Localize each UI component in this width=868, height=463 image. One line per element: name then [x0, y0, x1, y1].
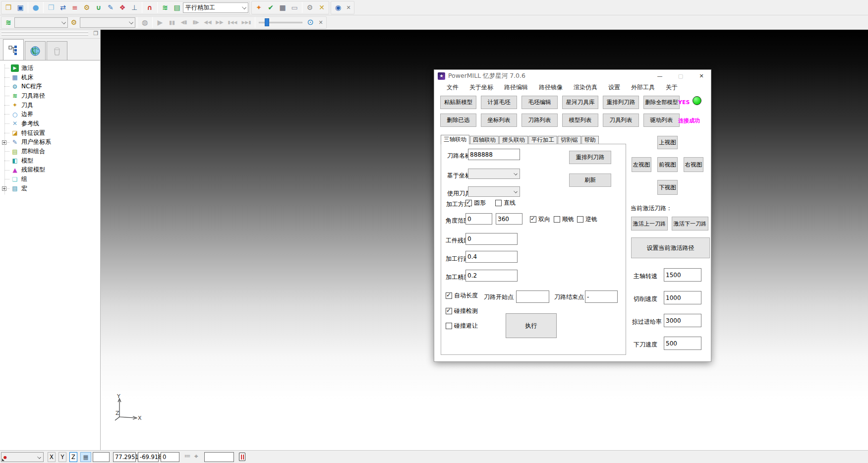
- tab-4axis[interactable]: 四轴联动: [470, 136, 499, 144]
- tool-icon[interactable]: ⚙: [68, 17, 80, 28]
- tree-item-patterns[interactable]: ✕ 参考线: [0, 119, 100, 128]
- right-view-button[interactable]: 右视图: [684, 157, 703, 172]
- tool-library-button[interactable]: 星河刀具库: [562, 96, 598, 109]
- verify-icon[interactable]: ✔: [265, 2, 277, 13]
- use-tool-combobox[interactable]: [468, 186, 520, 197]
- angle-start-input[interactable]: [465, 213, 492, 225]
- activate-prev-toolpath-button[interactable]: 激活上一刀路: [631, 217, 668, 231]
- step-back-icon[interactable]: ◀▮: [178, 17, 190, 28]
- tab-explorer-globe[interactable]: [25, 41, 46, 60]
- panel-grip[interactable]: [1, 31, 88, 33]
- tool-pair-icon[interactable]: ⚙: [304, 2, 316, 13]
- toolpath-icon[interactable]: ≋: [2, 17, 14, 28]
- menu-path-edit[interactable]: 路径编辑: [499, 82, 533, 93]
- pause-icon[interactable]: ▮▮: [166, 17, 178, 28]
- circle-checkbox[interactable]: 圆形: [465, 199, 486, 207]
- tab-head-tilt[interactable]: 摆头联动: [499, 136, 528, 144]
- collision-avoid-checkbox[interactable]: 碰撞避让: [446, 322, 478, 330]
- block-edit-button[interactable]: 毛坯编辑: [521, 96, 558, 109]
- based-coord-combobox[interactable]: [468, 169, 520, 179]
- tab-help[interactable]: 帮助: [581, 136, 599, 144]
- tolerance-input[interactable]: [465, 270, 518, 282]
- collision-check-icon[interactable]: ∩: [144, 2, 156, 13]
- fast-forward-icon[interactable]: ▶▶: [214, 17, 226, 28]
- toolpath-combobox[interactable]: [14, 17, 68, 28]
- tab-explorer-tree[interactable]: [3, 39, 24, 60]
- tree-item-feature-sets[interactable]: ◪ 特征设置: [0, 128, 100, 138]
- strategy-combobox[interactable]: 平行精加工: [183, 2, 248, 13]
- skim-feed-input[interactable]: [664, 314, 701, 327]
- delete-selected-button[interactable]: 删除已选: [440, 114, 476, 127]
- tree-item-toolpaths[interactable]: ≋ 刀具路径: [0, 91, 100, 101]
- stepover-input[interactable]: [465, 251, 518, 263]
- top-view-button[interactable]: 上视图: [657, 136, 678, 149]
- drive-list-button[interactable]: 驱动列表: [643, 114, 680, 127]
- conventional-checkbox[interactable]: 逆铣: [577, 215, 597, 224]
- menu-path-mirror[interactable]: 路径镜像: [533, 82, 568, 93]
- menu-render-sim[interactable]: 渲染仿真: [568, 82, 603, 93]
- tab-explorer-trash[interactable]: [47, 41, 67, 60]
- binoculars-icon[interactable]: ◉: [332, 2, 344, 13]
- axis-x-button[interactable]: X: [48, 452, 56, 462]
- boundary-icon[interactable]: ∪: [93, 2, 105, 13]
- tree-item-groups[interactable]: ❏ 组: [0, 174, 100, 184]
- tree-item-tools[interactable]: ✦ 刀具: [0, 101, 100, 110]
- axis-z-button[interactable]: Z: [69, 452, 77, 462]
- axis-y-button[interactable]: Y: [58, 452, 66, 462]
- tree-item-activate[interactable]: ▶ 激活: [0, 63, 100, 73]
- menu-file[interactable]: 文件: [441, 82, 464, 93]
- toolpath-name-input[interactable]: [468, 149, 520, 160]
- bidirectional-checkbox[interactable]: 双向: [530, 215, 550, 224]
- tree-item-boundaries[interactable]: ○ 边界: [0, 110, 100, 119]
- angle-end-input[interactable]: [496, 213, 522, 225]
- go-to-start-icon[interactable]: ▮◀◀: [226, 17, 239, 28]
- cutting-feed-input[interactable]: [664, 291, 701, 304]
- block-icon[interactable]: ❒: [45, 2, 57, 13]
- toolpath-icon[interactable]: ≋: [159, 2, 171, 13]
- tree-item-stock-models[interactable]: ▲ 残留模型: [0, 166, 100, 175]
- rapid-moves-icon[interactable]: ⇄: [57, 2, 69, 13]
- go-to-end-icon[interactable]: ▶▶▮: [239, 17, 253, 28]
- print-preview-icon[interactable]: ●: [30, 2, 42, 13]
- auto-length-checkbox[interactable]: 自动长度: [446, 291, 478, 300]
- tree-item-models[interactable]: ◧ 模型: [0, 156, 100, 166]
- tree-item-nc-programs[interactable]: ⚙ NC程序: [0, 82, 100, 91]
- clipboard-icon[interactable]: [239, 453, 245, 461]
- xyz-list-icon[interactable]: ≔: [184, 452, 191, 462]
- panel-float-icon[interactable]: ❐: [93, 30, 98, 37]
- activate-next-toolpath-button[interactable]: 激活下一刀路: [672, 217, 708, 231]
- expand-icon[interactable]: [2, 186, 6, 191]
- tool-list-button[interactable]: 刀具列表: [603, 114, 639, 127]
- collision-check-checkbox[interactable]: 碰撞检测: [446, 307, 478, 315]
- bottom-view-button[interactable]: 下视图: [657, 180, 678, 195]
- rearrange-toolpaths-button-2[interactable]: 重排列刀路: [569, 151, 611, 164]
- maximize-button[interactable]: ▢: [672, 70, 689, 82]
- rewind-icon[interactable]: ◀◀: [202, 17, 214, 28]
- tool-combobox[interactable]: [80, 17, 135, 28]
- tab-3axis[interactable]: 三轴联动: [441, 135, 469, 144]
- set-active-path-button[interactable]: 设置当前激活路径: [631, 237, 710, 258]
- statusbar-combobox[interactable]: ●: [1, 452, 44, 462]
- grid-toggle-button[interactable]: ▦: [80, 452, 91, 462]
- save-project-icon[interactable]: ▣: [14, 2, 26, 13]
- ruler-icon[interactable]: ▭: [289, 2, 300, 13]
- dialog-titlebar[interactable]: ★ PowerMILL 忆梦星河 7.0.6 — ▢ ✕: [434, 70, 711, 82]
- menu-external-tools[interactable]: 外部工具: [626, 82, 660, 93]
- rearrange-toolpaths-button[interactable]: 重排列刀路: [603, 96, 639, 109]
- tool-icon[interactable]: ⚙: [81, 2, 93, 13]
- coord-list-button[interactable]: 坐标列表: [481, 114, 517, 127]
- pattern-icon[interactable]: ✎: [105, 2, 116, 13]
- front-view-button[interactable]: 前视图: [657, 157, 678, 172]
- tree-item-workplanes[interactable]: ✎ 用户坐标系: [0, 138, 100, 147]
- panel-grip[interactable]: [1, 34, 88, 36]
- line-checkbox[interactable]: 直线: [495, 199, 516, 207]
- menu-settings[interactable]: 设置: [603, 82, 626, 93]
- tool-fire-icon[interactable]: ✦: [253, 2, 265, 13]
- tree-item-levels-sets[interactable]: ▤ 层和组合: [0, 147, 100, 156]
- end-point-input[interactable]: [585, 290, 618, 303]
- climb-checkbox[interactable]: 顺铣: [554, 215, 574, 224]
- tree-item-machine[interactable]: ▦ 机床: [0, 73, 100, 82]
- play-icon[interactable]: ▶: [154, 17, 166, 28]
- calculator-icon[interactable]: ▦: [277, 2, 289, 13]
- clock-icon[interactable]: ⊙: [304, 17, 316, 28]
